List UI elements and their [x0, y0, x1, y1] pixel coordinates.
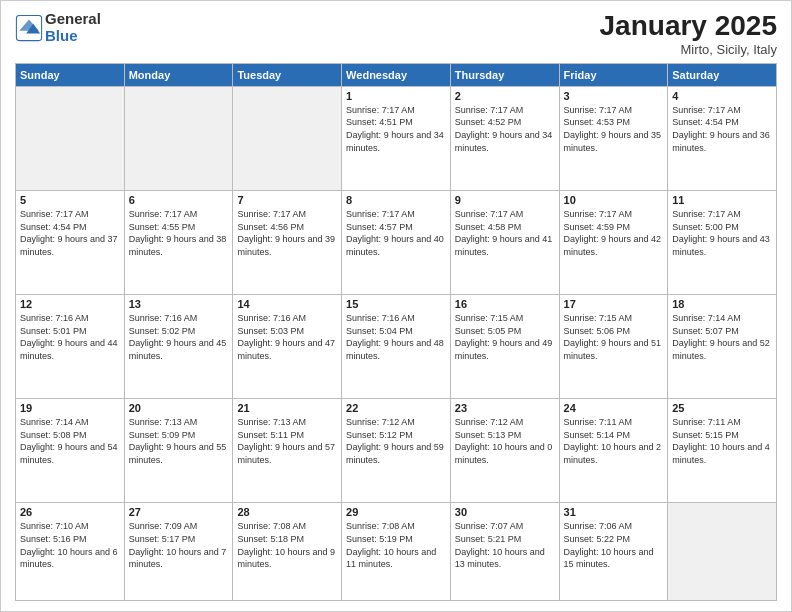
calendar-cell: 5Sunrise: 7:17 AMSunset: 4:54 PMDaylight… [16, 190, 125, 294]
calendar-table: SundayMondayTuesdayWednesdayThursdayFrid… [15, 63, 777, 601]
day-number: 6 [129, 194, 229, 206]
day-number: 18 [672, 298, 772, 310]
day-number: 22 [346, 402, 446, 414]
day-number: 15 [346, 298, 446, 310]
header: General Blue January 2025 Mirto, Sicily,… [15, 11, 777, 57]
day-info: Sunrise: 7:17 AMSunset: 4:51 PMDaylight:… [346, 104, 446, 154]
day-number: 1 [346, 90, 446, 102]
calendar-cell: 16Sunrise: 7:15 AMSunset: 5:05 PMDayligh… [450, 295, 559, 399]
logo: General Blue [15, 11, 101, 44]
calendar-cell: 2Sunrise: 7:17 AMSunset: 4:52 PMDaylight… [450, 86, 559, 190]
calendar-cell: 25Sunrise: 7:11 AMSunset: 5:15 PMDayligh… [668, 399, 777, 503]
calendar-cell: 21Sunrise: 7:13 AMSunset: 5:11 PMDayligh… [233, 399, 342, 503]
logo-icon [15, 14, 43, 42]
day-info: Sunrise: 7:08 AMSunset: 5:19 PMDaylight:… [346, 520, 446, 570]
weekday-monday: Monday [124, 63, 233, 86]
day-number: 21 [237, 402, 337, 414]
day-number: 3 [564, 90, 664, 102]
day-info: Sunrise: 7:09 AMSunset: 5:17 PMDaylight:… [129, 520, 229, 570]
month-title: January 2025 [600, 11, 777, 42]
day-info: Sunrise: 7:17 AMSunset: 4:56 PMDaylight:… [237, 208, 337, 258]
day-number: 2 [455, 90, 555, 102]
calendar-cell: 9Sunrise: 7:17 AMSunset: 4:58 PMDaylight… [450, 190, 559, 294]
day-number: 20 [129, 402, 229, 414]
calendar-cell: 1Sunrise: 7:17 AMSunset: 4:51 PMDaylight… [342, 86, 451, 190]
calendar-cell: 3Sunrise: 7:17 AMSunset: 4:53 PMDaylight… [559, 86, 668, 190]
day-number: 7 [237, 194, 337, 206]
day-info: Sunrise: 7:16 AMSunset: 5:02 PMDaylight:… [129, 312, 229, 362]
day-info: Sunrise: 7:16 AMSunset: 5:03 PMDaylight:… [237, 312, 337, 362]
day-number: 27 [129, 506, 229, 518]
calendar-cell [16, 86, 125, 190]
calendar-cell: 18Sunrise: 7:14 AMSunset: 5:07 PMDayligh… [668, 295, 777, 399]
day-number: 9 [455, 194, 555, 206]
calendar-cell: 30Sunrise: 7:07 AMSunset: 5:21 PMDayligh… [450, 503, 559, 601]
day-number: 5 [20, 194, 120, 206]
calendar-cell: 15Sunrise: 7:16 AMSunset: 5:04 PMDayligh… [342, 295, 451, 399]
day-info: Sunrise: 7:12 AMSunset: 5:12 PMDaylight:… [346, 416, 446, 466]
day-info: Sunrise: 7:17 AMSunset: 4:53 PMDaylight:… [564, 104, 664, 154]
day-number: 25 [672, 402, 772, 414]
calendar-cell: 7Sunrise: 7:17 AMSunset: 4:56 PMDaylight… [233, 190, 342, 294]
day-info: Sunrise: 7:10 AMSunset: 5:16 PMDaylight:… [20, 520, 120, 570]
day-info: Sunrise: 7:16 AMSunset: 5:04 PMDaylight:… [346, 312, 446, 362]
day-info: Sunrise: 7:11 AMSunset: 5:15 PMDaylight:… [672, 416, 772, 466]
calendar-cell: 19Sunrise: 7:14 AMSunset: 5:08 PMDayligh… [16, 399, 125, 503]
day-number: 8 [346, 194, 446, 206]
day-info: Sunrise: 7:06 AMSunset: 5:22 PMDaylight:… [564, 520, 664, 570]
calendar-cell: 26Sunrise: 7:10 AMSunset: 5:16 PMDayligh… [16, 503, 125, 601]
day-number: 23 [455, 402, 555, 414]
calendar-cell: 4Sunrise: 7:17 AMSunset: 4:54 PMDaylight… [668, 86, 777, 190]
location: Mirto, Sicily, Italy [600, 42, 777, 57]
day-info: Sunrise: 7:14 AMSunset: 5:08 PMDaylight:… [20, 416, 120, 466]
day-number: 4 [672, 90, 772, 102]
day-info: Sunrise: 7:14 AMSunset: 5:07 PMDaylight:… [672, 312, 772, 362]
calendar-cell: 27Sunrise: 7:09 AMSunset: 5:17 PMDayligh… [124, 503, 233, 601]
weekday-sunday: Sunday [16, 63, 125, 86]
day-info: Sunrise: 7:17 AMSunset: 4:58 PMDaylight:… [455, 208, 555, 258]
day-number: 24 [564, 402, 664, 414]
calendar-cell: 13Sunrise: 7:16 AMSunset: 5:02 PMDayligh… [124, 295, 233, 399]
calendar-cell: 22Sunrise: 7:12 AMSunset: 5:12 PMDayligh… [342, 399, 451, 503]
week-row-2: 5Sunrise: 7:17 AMSunset: 4:54 PMDaylight… [16, 190, 777, 294]
day-number: 16 [455, 298, 555, 310]
page: General Blue January 2025 Mirto, Sicily,… [0, 0, 792, 612]
day-number: 17 [564, 298, 664, 310]
day-info: Sunrise: 7:15 AMSunset: 5:06 PMDaylight:… [564, 312, 664, 362]
day-number: 30 [455, 506, 555, 518]
day-info: Sunrise: 7:07 AMSunset: 5:21 PMDaylight:… [455, 520, 555, 570]
calendar-cell: 11Sunrise: 7:17 AMSunset: 5:00 PMDayligh… [668, 190, 777, 294]
week-row-4: 19Sunrise: 7:14 AMSunset: 5:08 PMDayligh… [16, 399, 777, 503]
logo-general: General [45, 11, 101, 28]
day-info: Sunrise: 7:17 AMSunset: 4:55 PMDaylight:… [129, 208, 229, 258]
calendar-cell: 17Sunrise: 7:15 AMSunset: 5:06 PMDayligh… [559, 295, 668, 399]
calendar-cell: 29Sunrise: 7:08 AMSunset: 5:19 PMDayligh… [342, 503, 451, 601]
day-info: Sunrise: 7:17 AMSunset: 4:59 PMDaylight:… [564, 208, 664, 258]
day-number: 10 [564, 194, 664, 206]
day-info: Sunrise: 7:11 AMSunset: 5:14 PMDaylight:… [564, 416, 664, 466]
calendar-cell: 6Sunrise: 7:17 AMSunset: 4:55 PMDaylight… [124, 190, 233, 294]
week-row-1: 1Sunrise: 7:17 AMSunset: 4:51 PMDaylight… [16, 86, 777, 190]
day-number: 12 [20, 298, 120, 310]
logo-blue: Blue [45, 28, 101, 45]
calendar-cell [233, 86, 342, 190]
day-info: Sunrise: 7:12 AMSunset: 5:13 PMDaylight:… [455, 416, 555, 466]
day-number: 13 [129, 298, 229, 310]
week-row-5: 26Sunrise: 7:10 AMSunset: 5:16 PMDayligh… [16, 503, 777, 601]
title-area: January 2025 Mirto, Sicily, Italy [600, 11, 777, 57]
day-info: Sunrise: 7:08 AMSunset: 5:18 PMDaylight:… [237, 520, 337, 570]
calendar-cell: 24Sunrise: 7:11 AMSunset: 5:14 PMDayligh… [559, 399, 668, 503]
week-row-3: 12Sunrise: 7:16 AMSunset: 5:01 PMDayligh… [16, 295, 777, 399]
weekday-saturday: Saturday [668, 63, 777, 86]
logo-text: General Blue [45, 11, 101, 44]
weekday-friday: Friday [559, 63, 668, 86]
day-number: 31 [564, 506, 664, 518]
day-info: Sunrise: 7:17 AMSunset: 4:52 PMDaylight:… [455, 104, 555, 154]
calendar-cell: 12Sunrise: 7:16 AMSunset: 5:01 PMDayligh… [16, 295, 125, 399]
day-info: Sunrise: 7:15 AMSunset: 5:05 PMDaylight:… [455, 312, 555, 362]
day-number: 14 [237, 298, 337, 310]
calendar-cell [668, 503, 777, 601]
calendar-cell: 8Sunrise: 7:17 AMSunset: 4:57 PMDaylight… [342, 190, 451, 294]
weekday-header-row: SundayMondayTuesdayWednesdayThursdayFrid… [16, 63, 777, 86]
calendar-cell: 28Sunrise: 7:08 AMSunset: 5:18 PMDayligh… [233, 503, 342, 601]
